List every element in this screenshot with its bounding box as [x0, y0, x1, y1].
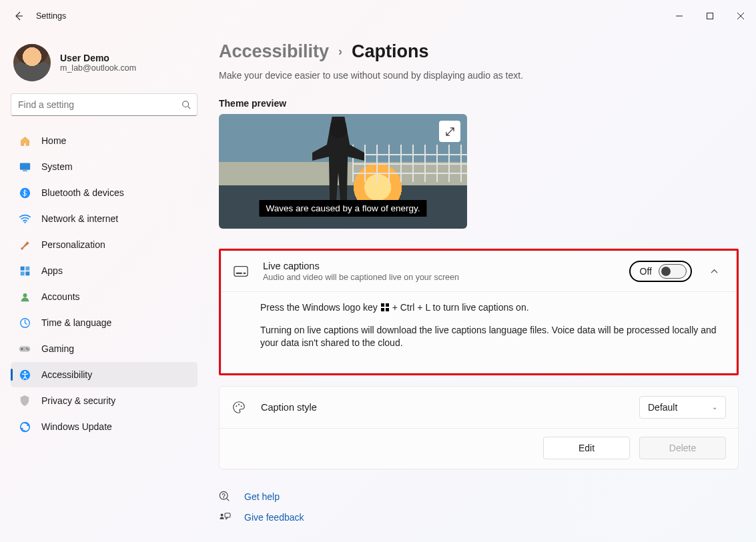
back-button[interactable] [5, 3, 32, 29]
palette-icon [232, 400, 249, 415]
caption-style-actions: Edit Delete [220, 429, 738, 469]
svg-point-14 [27, 349, 29, 350]
caption-style-card: Caption style Default ⌄ Edit Delete [219, 386, 739, 469]
toggle-switch[interactable] [659, 264, 687, 279]
profile[interactable]: User Demo m_lab@outlook.com [11, 37, 198, 93]
preview-railing [352, 173, 467, 174]
chevron-down-icon: ⌄ [712, 403, 717, 411]
svg-point-22 [238, 404, 240, 405]
live-captions-card: Live captions Audio and video will be ca… [221, 251, 737, 373]
svg-point-21 [236, 405, 237, 407]
titlebar: Settings [0, 0, 756, 32]
sidebar-item-home[interactable]: Home [11, 128, 198, 153]
home-icon [19, 135, 31, 147]
chevron-right-icon: › [338, 45, 342, 59]
get-help-link[interactable]: Get help [219, 491, 739, 503]
svg-rect-3 [23, 170, 27, 171]
sidebar-item-label: Time & language [41, 317, 111, 328]
window-controls [664, 5, 756, 27]
svg-rect-19 [236, 273, 242, 274]
highlight-annotation: Live captions Audio and video will be ca… [219, 249, 739, 375]
sidebar-item-label: Personalization [41, 239, 105, 250]
apps-icon [19, 265, 31, 277]
live-captions-row[interactable]: Live captions Audio and video will be ca… [222, 251, 736, 292]
profile-email: m_lab@outlook.com [60, 63, 136, 73]
search-box[interactable] [11, 93, 198, 116]
search-icon [181, 100, 191, 109]
chevron-up-icon [710, 267, 719, 276]
svg-point-23 [241, 405, 242, 407]
caption-style-select[interactable]: Default ⌄ [639, 396, 726, 419]
sidebar-item-label: Accounts [41, 291, 80, 302]
close-button[interactable] [725, 5, 756, 27]
sidebar-item-time[interactable]: Time & language [11, 310, 198, 335]
live-captions-note: Turning on live captions will download t… [260, 324, 724, 350]
sidebar: User Demo m_lab@outlook.com Home System [0, 32, 207, 542]
give-feedback-link[interactable]: Give feedback [219, 512, 739, 523]
maximize-button[interactable] [695, 5, 725, 27]
svg-rect-18 [234, 267, 248, 277]
svg-rect-8 [20, 271, 24, 275]
live-captions-title: Live captions [263, 261, 617, 271]
collapse-button[interactable] [704, 261, 724, 281]
toggle-state-label: Off [640, 266, 652, 277]
search-input[interactable] [11, 93, 198, 116]
breadcrumb-parent[interactable]: Accessibility [219, 41, 329, 62]
avatar [13, 44, 51, 81]
sidebar-item-system[interactable]: System [11, 154, 198, 179]
update-icon [19, 421, 31, 433]
svg-point-16 [23, 371, 25, 373]
sidebar-item-network[interactable]: Network & internet [11, 206, 198, 231]
sidebar-item-update[interactable]: Windows Update [11, 414, 198, 439]
sidebar-item-label: Windows Update [41, 421, 112, 432]
window-title: Settings [36, 11, 66, 21]
sidebar-item-bluetooth[interactable]: Bluetooth & devices [11, 180, 198, 205]
help-icon [219, 491, 234, 503]
sidebar-item-label: Privacy & security [41, 395, 115, 406]
caption-style-title: Caption style [261, 402, 627, 413]
live-captions-desc: Audio and video will be captioned live o… [263, 273, 617, 282]
svg-rect-6 [20, 266, 24, 270]
clock-globe-icon [19, 317, 31, 329]
expand-icon [446, 127, 454, 136]
svg-point-25 [223, 497, 224, 498]
sidebar-item-apps[interactable]: Apps [11, 258, 198, 283]
main-content: Accessibility › Captions Make your devic… [207, 32, 756, 542]
preview-caption: Waves are caused by a flow of energy. [259, 200, 426, 217]
delete-button: Delete [639, 437, 726, 459]
footer-links: Get help Give feedback [219, 491, 739, 523]
breadcrumb: Accessibility › Captions [219, 41, 739, 62]
breadcrumb-current: Captions [352, 41, 429, 62]
edit-button[interactable]: Edit [543, 437, 630, 459]
person-icon [19, 291, 31, 303]
svg-rect-20 [244, 273, 246, 274]
shield-icon [19, 395, 31, 407]
svg-rect-0 [707, 13, 713, 19]
theme-preview[interactable]: Waves are caused by a flow of energy. [219, 114, 467, 229]
theme-preview-label: Theme preview [219, 98, 739, 109]
minimize-button[interactable] [664, 5, 695, 27]
svg-point-5 [24, 221, 25, 223]
live-captions-toggle[interactable]: Off [640, 264, 687, 279]
expand-button[interactable] [439, 121, 460, 142]
sidebar-item-personalization[interactable]: Personalization [11, 232, 198, 257]
svg-point-13 [26, 347, 27, 349]
arrow-left-icon [13, 11, 24, 21]
sidebar-item-label: Gaming [41, 343, 74, 354]
sidebar-item-privacy[interactable]: Privacy & security [11, 388, 198, 413]
accessibility-icon [19, 369, 31, 381]
caption-style-value: Default [648, 402, 677, 413]
bluetooth-icon [19, 187, 31, 199]
sidebar-item-label: Accessibility [41, 369, 92, 380]
sidebar-item-accounts[interactable]: Accounts [11, 284, 198, 309]
svg-point-1 [183, 101, 189, 107]
sidebar-item-accessibility[interactable]: Accessibility [11, 362, 198, 387]
svg-rect-9 [25, 271, 29, 275]
svg-point-26 [221, 513, 224, 516]
sidebar-item-label: System [41, 161, 73, 172]
svg-rect-27 [225, 513, 230, 517]
focus-outline: Off [629, 261, 692, 282]
sidebar-item-gaming[interactable]: Gaming [11, 336, 198, 361]
nav: Home System Bluetooth & devices Network … [11, 128, 198, 439]
svg-point-10 [23, 293, 27, 297]
